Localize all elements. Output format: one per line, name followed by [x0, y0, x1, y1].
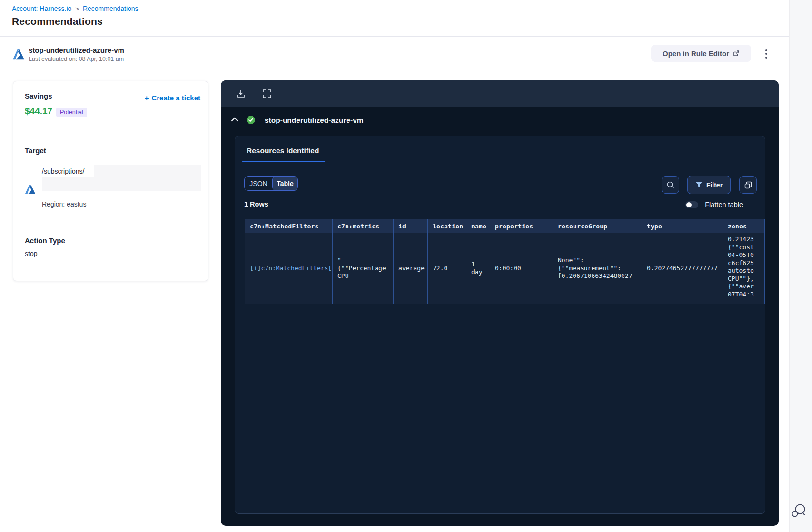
flatten-table-label: Flatten table [705, 201, 743, 208]
fullscreen-icon[interactable] [262, 89, 272, 99]
azure-logo-icon [12, 48, 25, 61]
action-type-label: Action Type [25, 236, 65, 245]
potential-badge: Potential [56, 108, 87, 117]
cell-location: 72.0 [428, 233, 466, 304]
column-header[interactable]: properties [490, 219, 553, 233]
savings-amount: $44.17 [25, 106, 52, 117]
panel-rule-title: stop-underutilized-azure-vm [265, 116, 364, 125]
open-in-rule-editor-label: Open in Rule Editor [663, 49, 729, 58]
savings-label: Savings [25, 92, 52, 100]
column-header[interactable]: name [466, 219, 490, 233]
target-label: Target [25, 147, 46, 155]
resources-card: Resources Identified JSON Table Filter [235, 136, 765, 514]
divider [0, 75, 789, 75]
last-evaluated-text: Last evaluated on: 08 Apr, 10:01 am [29, 56, 124, 62]
panel-toolbar [221, 80, 779, 107]
success-check-icon [247, 116, 255, 124]
redacted-target-path [94, 165, 201, 177]
breadcrumb-account-link[interactable]: Account: Harness.io [12, 5, 71, 12]
filter-label: Filter [706, 181, 723, 189]
divider [0, 36, 789, 37]
page-title: Recommendations [12, 16, 103, 27]
redacted-target-path [42, 177, 201, 191]
column-header[interactable]: c7n:MatchedFilters [245, 219, 333, 233]
divider [24, 133, 198, 133]
column-header[interactable]: id [394, 219, 428, 233]
action-type-value: stop [25, 250, 37, 257]
cell-zones: 0.21423 {""cost 04-05T0 c6cf625 autosto … [723, 233, 765, 304]
chevron-right-icon: > [75, 5, 79, 12]
copy-button[interactable] [739, 176, 757, 194]
recommendation-name: stop-underutilized-azure-vm [29, 46, 124, 54]
more-options-menu-icon[interactable] [760, 48, 772, 60]
window-edge-strip [789, 0, 812, 532]
breadcrumb: Account: Harness.io > Recommendations [12, 5, 139, 12]
collapse-chevron-icon[interactable] [231, 117, 238, 122]
rows-count: 1 Rows [244, 200, 268, 208]
cell-resource-group: None"": {""measurement"": [0.20671066342… [553, 233, 642, 304]
tab-resources-identified[interactable]: Resources Identified [247, 147, 319, 155]
cell-id: average [394, 233, 428, 304]
column-header[interactable]: resourceGroup [553, 219, 642, 233]
download-icon[interactable] [236, 89, 246, 99]
evaluation-panel: stop-underutilized-azure-vm Resources Id… [221, 80, 779, 526]
azure-icon [24, 184, 36, 196]
search-icon [666, 181, 675, 189]
flatten-table-toggle[interactable] [685, 201, 698, 208]
cell-metrics: " {""Percentage CPU [333, 233, 394, 304]
recommendation-summary-card: Savings + Create a ticket $44.17 Potenti… [13, 81, 208, 281]
filter-funnel-icon [695, 181, 703, 188]
column-header[interactable]: zones [723, 219, 765, 233]
resources-table: c7n:MatchedFilters c7n:metrics id locati… [245, 219, 765, 304]
view-toggle-table[interactable]: Table [272, 177, 297, 190]
page: Account: Harness.io > Recommendations Re… [0, 0, 812, 532]
external-link-icon [733, 50, 740, 57]
table-header-row: c7n:MatchedFilters c7n:metrics id locati… [245, 219, 765, 233]
matched-filters-expand-link[interactable]: [+]c7n:MatchedFilters[] [250, 265, 336, 273]
cell-properties: 0:00:00 [490, 233, 553, 304]
plus-icon: + [145, 94, 149, 102]
column-header[interactable]: location [428, 219, 466, 233]
target-path: /subscriptions/ [42, 167, 84, 175]
breadcrumb-recommendations-link[interactable]: Recommendations [83, 5, 139, 12]
filter-button[interactable]: Filter [687, 176, 731, 194]
divider [24, 223, 198, 223]
open-in-rule-editor-button[interactable]: Open in Rule Editor [651, 45, 751, 62]
cell-name: 1 day [466, 233, 490, 304]
cell-type: 0.20274652777777777 [642, 233, 723, 304]
view-toggle: JSON Table [244, 176, 298, 191]
tab-active-underline [242, 161, 325, 162]
column-header[interactable]: type [642, 219, 723, 233]
copy-icon [744, 181, 753, 189]
create-ticket-button[interactable]: + Create a ticket [145, 94, 200, 102]
column-header[interactable]: c7n:metrics [333, 219, 394, 233]
create-ticket-label: Create a ticket [151, 94, 200, 102]
view-toggle-json[interactable]: JSON [245, 177, 272, 190]
search-button[interactable] [662, 176, 679, 194]
flatten-table-control: Flatten table [685, 201, 743, 208]
table-row: [+]c7n:MatchedFilters[] " {""Percentage … [245, 233, 765, 304]
target-region: Region: eastus [42, 200, 86, 208]
chat-help-icon[interactable] [790, 502, 807, 520]
